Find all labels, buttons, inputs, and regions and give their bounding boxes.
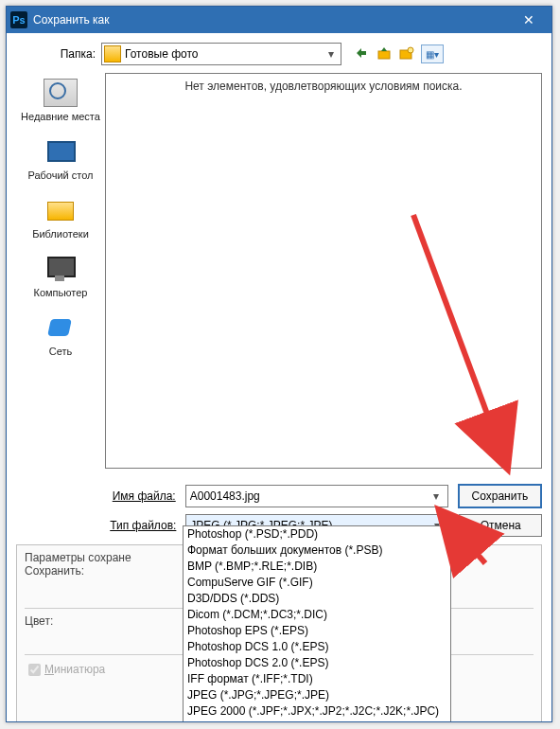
- svg-rect-0: [378, 51, 390, 59]
- places-sidebar: Недавние места Рабочий стол Библиотеки К…: [16, 73, 105, 469]
- close-button[interactable]: ✕: [510, 7, 548, 33]
- sidebar-item-desktop[interactable]: Рабочий стол: [16, 137, 105, 181]
- thumbnail-checkbox: [28, 664, 41, 676]
- sidebar-item-recent[interactable]: Недавние места: [16, 79, 105, 122]
- save-button[interactable]: Сохранить: [458, 484, 542, 508]
- window-title: Сохранить как: [33, 13, 510, 27]
- titlebar: Ps Сохранить как ✕: [7, 7, 551, 33]
- desktop-icon: [44, 137, 78, 166]
- cancel-button[interactable]: Отмена: [459, 514, 542, 537]
- color-sublabel: Цвет:: [25, 614, 187, 628]
- save-as-dialog: Ps Сохранить как ✕ Папка: Готовые фото ▾: [6, 6, 552, 722]
- sidebar-item-computer[interactable]: Компьютер: [16, 255, 105, 298]
- folder-nav-toolbar: ▦▾: [353, 44, 444, 63]
- empty-message: Нет элементов, удовлетворяющих условиям …: [184, 80, 462, 93]
- filetype-label: Тип файлов:: [16, 519, 185, 532]
- up-one-level-icon[interactable]: [376, 44, 393, 62]
- filetype-option[interactable]: Photoshop DCS 2.0 (*.EPS): [184, 655, 450, 671]
- sidebar-item-network[interactable]: Сеть: [16, 313, 105, 357]
- new-folder-icon[interactable]: [398, 44, 415, 62]
- filetype-option[interactable]: Photoshop (*.PSD;*.PDD): [184, 526, 450, 542]
- filename-label: Имя файла:: [16, 489, 185, 503]
- filetype-option[interactable]: BMP (*.BMP;*.RLE;*.DIB): [184, 559, 450, 575]
- filetype-option[interactable]: Photoshop EPS (*.EPS): [184, 623, 450, 639]
- filetype-options-list[interactable]: Photoshop (*.PSD;*.PDD)Формат больших до…: [183, 525, 451, 722]
- filetype-option[interactable]: D3D/DDS (*.DDS): [184, 591, 450, 607]
- filetype-option[interactable]: JPEG 2000 (*.JPF;*.JPX;*.JP2;*.J2C;*.J2K…: [184, 703, 450, 720]
- folder-label: Папка:: [16, 47, 101, 61]
- filetype-option[interactable]: Dicom (*.DCM;*.DC3;*.DIC): [184, 607, 450, 623]
- back-icon[interactable]: [353, 44, 370, 62]
- filename-input[interactable]: A0001483.jpg ▾: [185, 485, 448, 507]
- filetype-option[interactable]: IFF формат (*.IFF;*.TDI): [184, 671, 450, 687]
- chevron-down-icon[interactable]: ▾: [429, 486, 444, 507]
- recent-places-icon: [44, 79, 78, 107]
- filetype-option[interactable]: Photoshop DCS 1.0 (*.EPS): [184, 639, 450, 655]
- save-params-header: Параметры сохране: [25, 551, 187, 564]
- filetype-option[interactable]: CompuServe GIF (*.GIF): [184, 575, 450, 591]
- chevron-down-icon: ▾: [324, 44, 339, 64]
- filetype-option[interactable]: Формат больших документов (*.PSB): [184, 542, 450, 559]
- folder-name: Готовые фото: [125, 47, 324, 61]
- libraries-icon: [44, 196, 78, 224]
- save-sublabel: Сохранить:: [25, 564, 187, 578]
- computer-icon: [44, 255, 78, 283]
- filetype-option[interactable]: JPEG Stereo (*.JPS): [184, 720, 450, 722]
- file-list-pane[interactable]: Нет элементов, удовлетворяющих условиям …: [105, 73, 542, 469]
- folder-dropdown[interactable]: Готовые фото ▾: [101, 43, 341, 65]
- svg-point-2: [408, 47, 413, 53]
- view-menu-icon[interactable]: ▦▾: [421, 44, 444, 63]
- folder-icon: [104, 45, 121, 62]
- filetype-option[interactable]: JPEG (*.JPG;*.JPEG;*.JPE): [184, 687, 450, 703]
- photoshop-icon: Ps: [10, 11, 27, 28]
- sidebar-item-libraries[interactable]: Библиотеки: [16, 196, 105, 240]
- network-icon: [44, 313, 78, 342]
